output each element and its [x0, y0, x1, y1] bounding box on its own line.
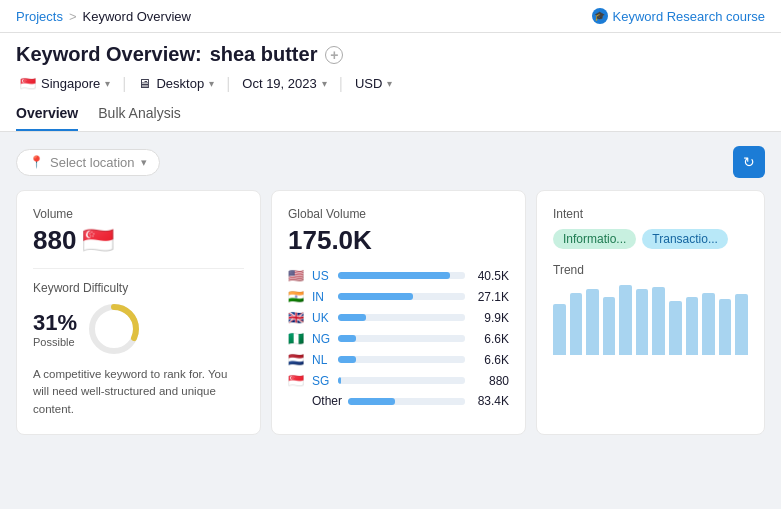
add-keyword-button[interactable]: + — [325, 46, 343, 64]
difficulty-header: Keyword Difficulty — [33, 281, 244, 295]
country-row: 🇬🇧 UK 9.9K — [288, 310, 509, 325]
country-rows-container: 🇺🇸 US 40.5K 🇮🇳 IN 27.1K 🇬🇧 UK 9.9K 🇳🇬 NG… — [288, 268, 509, 408]
bar-fill — [338, 377, 341, 384]
country-flag: 🇮🇳 — [288, 289, 306, 304]
breadcrumb-current: Keyword Overview — [83, 9, 191, 24]
volume-card: Volume 880 🇸🇬 Keyword Difficulty 31% Pos… — [16, 190, 261, 435]
device-icon: 🖥 — [138, 76, 151, 91]
tab-bulk-analysis[interactable]: Bulk Analysis — [98, 105, 180, 131]
course-link[interactable]: 🎓 Keyword Research course — [592, 8, 765, 24]
location-row: 📍 Select location ▾ ↻ — [16, 146, 765, 178]
country-row: 🇮🇳 IN 27.1K — [288, 289, 509, 304]
tab-overview[interactable]: Overview — [16, 105, 78, 131]
intent-trend-card: Intent Informatio...Transactio... Trend — [536, 190, 765, 435]
country-row: 🇳🇱 NL 6.6K — [288, 352, 509, 367]
bar-track — [338, 314, 465, 321]
breadcrumb: Projects > Keyword Overview — [16, 9, 191, 24]
intent-tag-informational[interactable]: Informatio... — [553, 229, 636, 249]
date-chevron-icon: ▾ — [322, 78, 327, 89]
date-label: Oct 19, 2023 — [242, 76, 316, 91]
device-chevron-icon: ▾ — [209, 78, 214, 89]
bar-fill — [338, 272, 450, 279]
country-row: Other 83.4K — [288, 394, 509, 408]
bar-fill — [348, 398, 395, 405]
country-value: 83.4K — [471, 394, 509, 408]
currency-filter-button[interactable]: USD ▾ — [351, 74, 396, 93]
device-filter-button[interactable]: 🖥 Desktop ▾ — [134, 74, 218, 93]
pin-icon: 📍 — [29, 155, 44, 169]
bar-fill — [338, 356, 356, 363]
top-header: Projects > Keyword Overview 🎓 Keyword Re… — [0, 0, 781, 33]
trend-bar — [603, 297, 616, 355]
graduation-cap-icon: 🎓 — [592, 8, 608, 24]
country-row: 🇳🇬 NG 6.6K — [288, 331, 509, 346]
tabs-bar: Overview Bulk Analysis — [0, 93, 781, 132]
location-flag: 🇸🇬 — [20, 76, 36, 91]
trend-bar — [619, 285, 632, 355]
trend-bar — [669, 301, 682, 355]
country-value: 6.6K — [471, 332, 509, 346]
trend-bar — [553, 304, 566, 355]
trend-bar — [735, 294, 748, 355]
difficulty-sublabel: Possible — [33, 336, 77, 348]
intent-tag-transactional[interactable]: Transactio... — [642, 229, 728, 249]
global-volume-label: Global Volume — [288, 207, 509, 221]
country-code: IN — [312, 290, 332, 304]
country-flag: 🇳🇱 — [288, 352, 306, 367]
currency-label: USD — [355, 76, 382, 91]
country-value: 27.1K — [471, 290, 509, 304]
trend-section: Trend — [553, 263, 748, 355]
refresh-icon: ↻ — [743, 154, 755, 170]
donut-svg — [87, 301, 142, 356]
country-value: 40.5K — [471, 269, 509, 283]
location-select-button[interactable]: 📍 Select location ▾ — [16, 149, 160, 176]
date-filter-button[interactable]: Oct 19, 2023 ▾ — [238, 74, 330, 93]
cards-row: Volume 880 🇸🇬 Keyword Difficulty 31% Pos… — [16, 190, 765, 435]
location-filter-button[interactable]: 🇸🇬 Singapore ▾ — [16, 74, 114, 93]
breadcrumb-parent[interactable]: Projects — [16, 9, 63, 24]
country-row: 🇺🇸 US 40.5K — [288, 268, 509, 283]
bar-track — [338, 377, 465, 384]
global-volume-value: 175.0K — [288, 225, 509, 256]
page-title-bar: Keyword Overview: shea butter + — [0, 33, 781, 66]
difficulty-section: Keyword Difficulty 31% Possible — [33, 281, 244, 418]
page-title-prefix: Keyword Overview: — [16, 43, 202, 66]
country-flag: 🇺🇸 — [288, 268, 306, 283]
breadcrumb-sep: > — [69, 9, 77, 24]
country-value: 880 — [471, 374, 509, 388]
country-code: Other — [312, 394, 342, 408]
country-value: 6.6K — [471, 353, 509, 367]
volume-value: 880 🇸🇬 — [33, 225, 244, 256]
country-code: US — [312, 269, 332, 283]
trend-bar — [652, 287, 665, 355]
trend-bar — [719, 299, 732, 355]
location-label: Singapore — [41, 76, 100, 91]
difficulty-row: 31% Possible — [33, 301, 244, 356]
volume-label: Volume — [33, 207, 244, 221]
volume-flag: 🇸🇬 — [82, 225, 114, 256]
keyword-text: shea butter — [210, 43, 318, 66]
trend-bar — [686, 297, 699, 355]
bar-track — [338, 335, 465, 342]
bar-fill — [338, 293, 413, 300]
course-link-label: Keyword Research course — [613, 9, 765, 24]
currency-chevron-icon: ▾ — [387, 78, 392, 89]
device-label: Desktop — [156, 76, 204, 91]
country-code: NG — [312, 332, 332, 346]
country-flag: 🇸🇬 — [288, 373, 306, 388]
content-area: 📍 Select location ▾ ↻ Volume 880 🇸🇬 Keyw… — [0, 132, 781, 509]
trend-bar — [570, 293, 583, 355]
difficulty-description: A competitive keyword to rank for. You w… — [33, 366, 244, 418]
location-chevron-icon: ▾ — [105, 78, 110, 89]
bar-track — [348, 398, 465, 405]
intent-tags: Informatio...Transactio... — [553, 229, 748, 249]
country-flag: 🇳🇬 — [288, 331, 306, 346]
bar-track — [338, 356, 465, 363]
country-row: 🇸🇬 SG 880 — [288, 373, 509, 388]
divider — [33, 268, 244, 269]
country-code: SG — [312, 374, 332, 388]
trend-bar — [702, 293, 715, 355]
intent-label: Intent — [553, 207, 748, 221]
refresh-button[interactable]: ↻ — [733, 146, 765, 178]
trend-bars — [553, 285, 748, 355]
